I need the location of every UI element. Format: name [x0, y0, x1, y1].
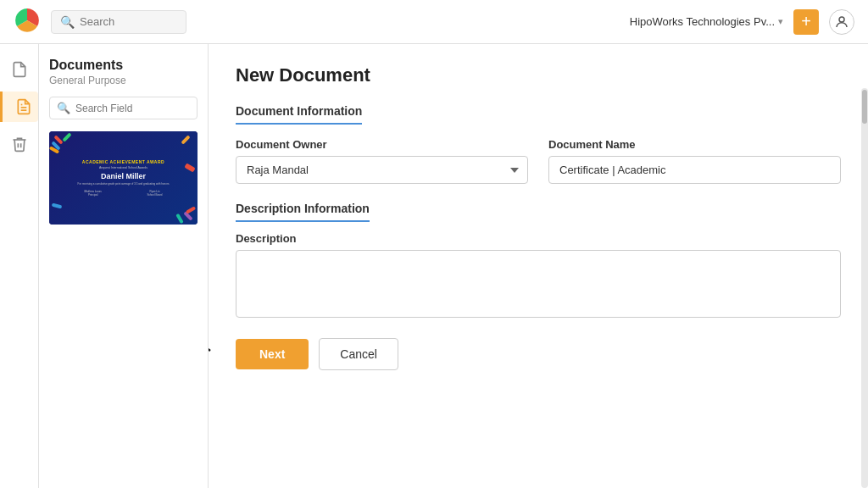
company-name: HipoWorks Technologies Pv...	[630, 15, 775, 28]
add-button[interactable]: +	[793, 9, 819, 35]
search-icon: 🔍	[60, 15, 75, 29]
search-input[interactable]	[80, 15, 177, 28]
company-selector[interactable]: HipoWorks Technologies Pv... ▾	[630, 15, 783, 28]
user-profile-icon[interactable]	[829, 9, 854, 35]
scrollbar-track[interactable]	[861, 88, 868, 488]
svg-point-0	[839, 17, 844, 22]
sidebar-search-box[interactable]: 🔍	[49, 97, 198, 119]
docname-input[interactable]	[548, 156, 841, 184]
main-content: New Document Document Information Docume…	[209, 44, 868, 488]
docname-field-group: Document Name	[548, 138, 841, 184]
scrollbar-thumb[interactable]	[862, 90, 867, 124]
description-info-heading: Description Information	[236, 202, 370, 222]
sidebar: Documents General Purpose 🔍	[39, 44, 209, 488]
nav-icon-document-active[interactable]	[0, 92, 38, 122]
main-layout: Documents General Purpose 🔍	[0, 44, 868, 488]
topbar: 🔍 HipoWorks Technologies Pv... ▾ +	[0, 0, 868, 44]
next-button[interactable]: Next	[236, 339, 309, 369]
description-section: Description Information Description	[236, 201, 841, 318]
document-thumbnail[interactable]: ACADEMIC ACHIEVEMENT AWARD Anquest Inter…	[49, 131, 198, 225]
sidebar-subtitle: General Purpose	[49, 75, 198, 86]
cert-subtitle: Anquest International School Awards	[78, 166, 170, 169]
document-info-heading: Document Information	[236, 104, 362, 125]
cert-body: For receiving a cumulative grade point a…	[78, 182, 170, 186]
sidebar-title: Documents	[49, 58, 198, 73]
description-textarea[interactable]	[236, 250, 841, 318]
nav-icon-trash[interactable]	[4, 129, 35, 159]
logo[interactable]	[14, 7, 41, 37]
owner-label: Document Owner	[236, 138, 528, 151]
cancel-button[interactable]: Cancel	[319, 338, 398, 370]
sidebar-search-input[interactable]	[75, 103, 190, 114]
topbar-search-box[interactable]: 🔍	[51, 10, 186, 34]
description-field-group: Description	[236, 232, 841, 318]
button-row: Next Cancel	[236, 338, 841, 370]
nav-icon-document[interactable]	[4, 54, 35, 85]
owner-field-group: Document Owner Raja Mandal	[236, 138, 528, 184]
document-fields-row: Document Owner Raja Mandal Document Name	[236, 138, 841, 184]
icon-rail	[0, 44, 39, 488]
topbar-right: HipoWorks Technologies Pv... ▾ +	[630, 9, 854, 35]
sidebar-search-icon: 🔍	[57, 102, 70, 114]
chevron-down-icon: ▾	[778, 16, 783, 27]
docname-label: Document Name	[548, 138, 841, 151]
cert-name: Daniel Miller	[78, 172, 170, 180]
owner-select[interactable]: Raja Mandal	[236, 156, 528, 184]
document-info-section: Document Information Document Owner Raja…	[236, 103, 841, 184]
cert-title: ACADEMIC ACHIEVEMENT AWARD	[78, 159, 170, 164]
cert-signer1: Matthew Lucas Principal	[85, 190, 102, 197]
cert-signer2: Ryan Lin School Board	[147, 190, 162, 197]
description-label: Description	[236, 232, 841, 245]
page-title: New Document	[236, 64, 841, 86]
